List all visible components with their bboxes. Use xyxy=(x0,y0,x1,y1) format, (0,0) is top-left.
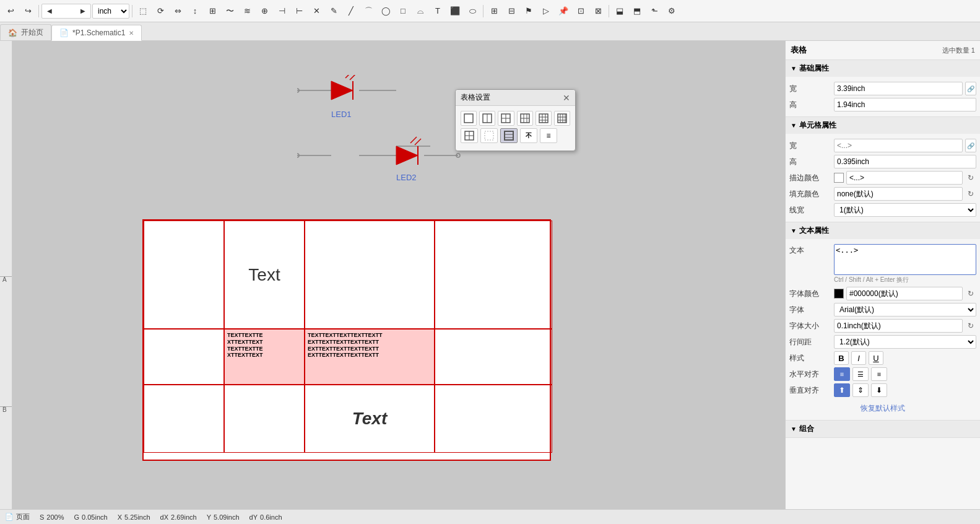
zoom-input[interactable]: 0.05 xyxy=(56,7,77,15)
bold-btn[interactable]: B xyxy=(834,351,849,365)
unit-fill-color-refresh[interactable]: ↻ xyxy=(965,187,976,201)
v-align-bottom-btn[interactable]: ⬇ xyxy=(871,383,887,397)
v-align-middle-btn[interactable]: ⇕ xyxy=(852,383,869,397)
height-value: 1.94inch xyxy=(834,98,976,111)
restore-default-btn[interactable]: 恢复默认样式 xyxy=(789,400,976,417)
tab-schema1[interactable]: 📄 *P1.Schematic1 ✕ xyxy=(51,25,142,41)
net-label-btn[interactable]: ⊣ xyxy=(274,3,290,19)
border-all-btn[interactable] xyxy=(461,128,478,143)
pcb-btn[interactable]: ⊠ xyxy=(590,3,606,19)
pin-btn[interactable]: 📌 xyxy=(555,3,571,19)
border-outer-btn[interactable] xyxy=(500,128,518,143)
unit-link-icon[interactable]: 🔗 xyxy=(965,139,976,152)
unit-border-color-swatch[interactable] xyxy=(834,173,844,183)
table-cell-2-2[interactable]: Text xyxy=(305,385,435,453)
select-btn[interactable]: ⬚ xyxy=(135,3,151,19)
unit-border-color-refresh[interactable]: ↻ xyxy=(965,171,976,185)
border-none-btn[interactable] xyxy=(480,128,498,143)
grid-icon-3x4[interactable] xyxy=(554,111,570,126)
redo-btn[interactable]: ↪ xyxy=(20,3,36,19)
table-cell-1-3[interactable] xyxy=(435,329,552,385)
text-textarea[interactable]: <...> xyxy=(834,244,976,275)
font-family-select[interactable]: Arial(默认) 宋体 微软雅黑 xyxy=(834,303,976,317)
ellipse-btn[interactable]: ⬭ xyxy=(464,3,480,19)
check-btn[interactable]: ⚑ xyxy=(521,3,537,19)
status-page-indicator: 📄 页面 xyxy=(5,512,30,522)
component-btn[interactable]: ⊡ xyxy=(573,3,589,19)
grid-icon-3x3[interactable] xyxy=(536,111,552,126)
canvas-table[interactable]: Text TEXTTEXTTEXTTEXTTEXTTEXTTEXTTEXTTEX… xyxy=(142,219,551,461)
v-align-top-btn[interactable]: ⬆ xyxy=(834,383,850,397)
export-btn[interactable]: ⊟ xyxy=(503,3,519,19)
align-center-btn[interactable]: ≡ xyxy=(540,128,557,143)
svg-marker-5 xyxy=(331,81,353,100)
mirror-btn[interactable]: ⇔ xyxy=(170,3,186,19)
table-cell-1-2[interactable]: TEXTTEXTTEXTTEXTTEXTTEXTTEXTTEXTTEXTTEXT… xyxy=(305,329,435,385)
run-btn[interactable]: ▷ xyxy=(538,3,554,19)
no-connect-btn[interactable]: ✕ xyxy=(308,3,324,19)
probe-btn[interactable]: ✎ xyxy=(326,3,342,19)
section-basic-title[interactable]: ▼ 基础属性 xyxy=(786,60,980,77)
zoom-increase-btn[interactable]: ▶ xyxy=(78,6,88,16)
canvas-area[interactable]: LED1 LED2 Text xyxy=(12,41,785,509)
group-section-title[interactable]: ▼ 组合 xyxy=(786,421,980,437)
table-cell-0-2[interactable] xyxy=(305,221,435,329)
table-cell-0-1[interactable]: Text xyxy=(224,221,305,329)
line-height-select[interactable]: 1.2(默认) 1.5 2.0 xyxy=(834,335,976,349)
zoom-decrease-btn[interactable]: ◀ xyxy=(45,6,54,16)
unit-width-input[interactable] xyxy=(834,139,963,152)
align-btn[interactable]: ⊞ xyxy=(204,3,220,19)
align-top-btn[interactable]: 不 xyxy=(520,128,537,143)
grid-icon-1x1[interactable] xyxy=(461,111,477,126)
image-btn[interactable]: ⬛ xyxy=(447,3,463,19)
h-align-left-btn[interactable]: ≡ xyxy=(834,367,850,381)
curve-btn[interactable]: ⌒ xyxy=(360,3,376,19)
font-size-refresh[interactable]: ↻ xyxy=(965,319,976,333)
junction-btn[interactable]: ⊕ xyxy=(256,3,272,19)
rect-btn[interactable]: □ xyxy=(395,3,411,19)
font-color-swatch[interactable] xyxy=(834,289,844,299)
tab-home[interactable]: 🏠 开始页 xyxy=(0,24,51,40)
unit-linewidth-select[interactable]: 1(默认) 2 3 xyxy=(834,203,976,217)
italic-btn[interactable]: I xyxy=(851,351,866,365)
arc2-btn[interactable]: ⌓ xyxy=(412,3,428,19)
netlist-btn[interactable]: ⊞ xyxy=(486,3,502,19)
dy-label: dY xyxy=(249,513,258,521)
font-size-value: 0.1inch(默认) xyxy=(834,319,963,333)
h-align-right-btn[interactable]: ≡ xyxy=(871,367,887,381)
bus-btn[interactable]: ≋ xyxy=(239,3,255,19)
underline-btn[interactable]: U xyxy=(869,351,883,365)
table-cell-0-3[interactable] xyxy=(435,221,552,329)
line-btn[interactable]: ╱ xyxy=(343,3,359,19)
table-cell-2-0[interactable] xyxy=(144,385,224,453)
table-cell-0-0[interactable] xyxy=(144,221,224,329)
rotate-btn[interactable]: ⟳ xyxy=(152,3,168,19)
undo-btn[interactable]: ↩ xyxy=(2,3,19,19)
section-unit-title[interactable]: ▼ 单元格属性 xyxy=(786,117,980,134)
import-btn[interactable]: ⬓ xyxy=(612,3,628,19)
power-port-btn[interactable]: ⊢ xyxy=(291,3,307,19)
bom-btn[interactable]: ⬑ xyxy=(646,3,662,19)
link-width-icon[interactable]: 🔗 xyxy=(965,82,976,95)
table-cell-1-1[interactable]: TEXTTEXTTEXTTEXTTEXTTEXTTEXTTEXTTEXTTEXT xyxy=(224,329,305,385)
wire-btn[interactable]: 〜 xyxy=(222,3,238,19)
settings-btn[interactable]: ⚙ xyxy=(664,3,680,19)
dialog-close-btn[interactable]: ✕ xyxy=(563,93,570,103)
tab-close-icon[interactable]: ✕ xyxy=(129,30,134,37)
group-collapse-icon: ▼ xyxy=(791,426,797,432)
unit-select[interactable]: inch mm mil xyxy=(92,4,129,19)
table-cell-1-0[interactable] xyxy=(144,329,224,385)
flip-btn[interactable]: ↕ xyxy=(187,3,203,19)
grid-icon-2x3[interactable] xyxy=(517,111,533,126)
text-btn[interactable]: T xyxy=(430,3,446,19)
grid-icon-2x2[interactable] xyxy=(498,111,514,126)
section-text-title[interactable]: ▼ 文本属性 xyxy=(786,222,980,239)
font-color-refresh[interactable]: ↻ xyxy=(965,287,976,300)
h-align-center-btn[interactable]: ☰ xyxy=(852,367,869,381)
unit-prop-row-fill-color: 填充颜色 none(默认) ↻ xyxy=(789,187,976,201)
circle-btn[interactable]: ◯ xyxy=(378,3,394,19)
table-cell-2-3[interactable] xyxy=(435,385,552,453)
export2-btn[interactable]: ⬒ xyxy=(629,3,645,19)
table-cell-2-1[interactable] xyxy=(224,385,305,453)
grid-icon-1x2[interactable] xyxy=(479,111,495,126)
